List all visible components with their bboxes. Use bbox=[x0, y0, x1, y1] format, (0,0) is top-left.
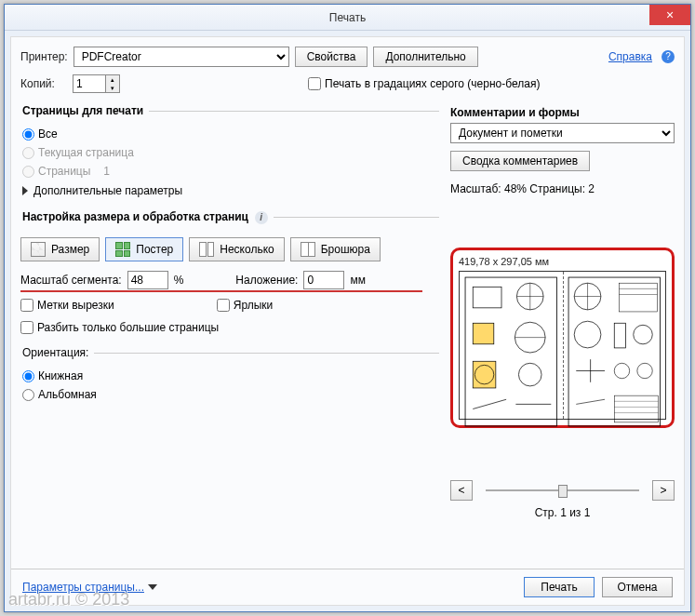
properties-button[interactable]: Свойства bbox=[295, 47, 368, 67]
printer-label: Принтер: bbox=[20, 50, 68, 63]
svg-line-31 bbox=[576, 399, 605, 404]
help-icon[interactable]: ? bbox=[662, 50, 675, 63]
handling-title: Настройка размера и обработка страниц i bbox=[20, 210, 274, 224]
labels-checkbox[interactable]: Ярлыки bbox=[217, 299, 274, 312]
summarize-button[interactable]: Сводка комментариев bbox=[450, 151, 590, 171]
copies-input[interactable] bbox=[73, 74, 106, 93]
mode-booklet-button[interactable]: Брошюра bbox=[290, 237, 381, 261]
preview-next-button[interactable]: > bbox=[652, 480, 675, 501]
help-link[interactable]: Справка bbox=[608, 50, 652, 63]
booklet-icon bbox=[301, 242, 315, 257]
close-button[interactable]: × bbox=[649, 5, 690, 25]
more-params-toggle[interactable]: Дополнительные параметры bbox=[20, 181, 439, 201]
highlight-underline bbox=[20, 290, 422, 292]
preview-slider[interactable] bbox=[480, 483, 645, 498]
svg-point-25 bbox=[614, 363, 629, 378]
mode-multi-button[interactable]: Несколько bbox=[189, 237, 284, 261]
mode-poster-button[interactable]: Постер bbox=[105, 237, 183, 261]
advanced-button[interactable]: Дополнительно bbox=[373, 47, 477, 67]
svg-rect-27 bbox=[614, 395, 658, 422]
orientation-group: Ориентация: Книжная Альбомная bbox=[20, 346, 439, 409]
preview-nav: < > bbox=[450, 480, 675, 501]
cancel-button[interactable]: Отмена bbox=[602, 577, 673, 597]
svg-rect-4 bbox=[473, 287, 501, 308]
svg-rect-21 bbox=[614, 323, 625, 348]
pages-current-radio bbox=[22, 147, 34, 159]
window-title: Печать bbox=[329, 11, 366, 24]
page-setup-link[interactable]: Параметры страницы... bbox=[22, 581, 144, 594]
svg-rect-17 bbox=[619, 283, 657, 312]
overlap-input[interactable] bbox=[303, 271, 344, 289]
svg-rect-5 bbox=[473, 323, 494, 344]
footer: Параметры страницы... Печать Отмена bbox=[11, 569, 684, 605]
copies-spinner[interactable]: ▴ ▾ bbox=[73, 74, 120, 93]
copies-label: Копий: bbox=[20, 77, 67, 90]
size-icon bbox=[31, 242, 46, 257]
comments-title: Комментарии и формы bbox=[450, 106, 675, 119]
copies-row: Копий: ▴ ▾ Печать в градациях серого (че… bbox=[11, 71, 684, 100]
drawing-right bbox=[563, 272, 666, 432]
orientation-title: Ориентация: bbox=[20, 346, 94, 359]
pages-group: Страницы для печати Все Текущая страница… bbox=[20, 104, 439, 207]
handling-group: Настройка размера и обработка страниц i … bbox=[20, 210, 439, 342]
segment-row: Масштаб сегмента: % Наложение: мм bbox=[20, 271, 439, 289]
preview-box: 419,78 x 297,05 мм bbox=[450, 248, 675, 428]
multi-icon bbox=[199, 242, 214, 257]
pages-range-radio bbox=[22, 166, 34, 178]
svg-point-22 bbox=[633, 325, 652, 344]
copies-up[interactable]: ▴ bbox=[106, 75, 119, 84]
comments-select[interactable]: Документ и пометки bbox=[450, 123, 675, 143]
svg-point-26 bbox=[636, 363, 651, 378]
printer-select[interactable]: PDFCreator bbox=[74, 47, 289, 67]
portrait-radio[interactable] bbox=[22, 370, 34, 382]
grayscale-label: Печать в градациях серого (черно-белая) bbox=[325, 77, 540, 90]
printer-row: Принтер: PDFCreator Свойства Дополнитель… bbox=[11, 37, 684, 71]
preview-prev-button[interactable]: < bbox=[450, 480, 473, 501]
dialog-body: Принтер: PDFCreator Свойства Дополнитель… bbox=[10, 36, 685, 606]
info-icon[interactable]: i bbox=[255, 211, 268, 224]
preview-page bbox=[459, 271, 666, 420]
mode-size-button[interactable]: Размер bbox=[20, 237, 100, 261]
print-button[interactable]: Печать bbox=[524, 577, 595, 597]
svg-line-11 bbox=[473, 399, 506, 408]
svg-point-20 bbox=[574, 321, 601, 348]
chevron-down-icon bbox=[148, 584, 157, 590]
segment-scale-input[interactable] bbox=[127, 271, 168, 289]
print-dialog: Печать × Принтер: PDFCreator Свойства До… bbox=[4, 4, 691, 612]
landscape-radio[interactable] bbox=[22, 389, 34, 401]
expand-icon bbox=[22, 186, 28, 195]
pages-title: Страницы для печати bbox=[20, 104, 149, 117]
grayscale-checkbox[interactable]: Печать в градациях серого (черно-белая) bbox=[308, 77, 540, 90]
slider-thumb[interactable] bbox=[558, 485, 568, 498]
poster-icon bbox=[115, 242, 130, 257]
cut-marks-checkbox[interactable]: Метки вырезки bbox=[20, 299, 114, 312]
tile-large-checkbox[interactable]: Разбить только большие страницы bbox=[20, 321, 219, 334]
scale-info: Масштаб: 48% Страницы: 2 bbox=[450, 182, 675, 195]
svg-point-10 bbox=[518, 363, 541, 386]
preview-dimensions: 419,78 x 297,05 мм bbox=[459, 256, 666, 267]
pages-all-radio[interactable] bbox=[22, 128, 34, 141]
titlebar: Печать × bbox=[5, 5, 690, 31]
page-indicator: Стр. 1 из 1 bbox=[450, 506, 675, 519]
drawing-left bbox=[460, 272, 563, 432]
copies-down[interactable]: ▾ bbox=[106, 84, 119, 92]
